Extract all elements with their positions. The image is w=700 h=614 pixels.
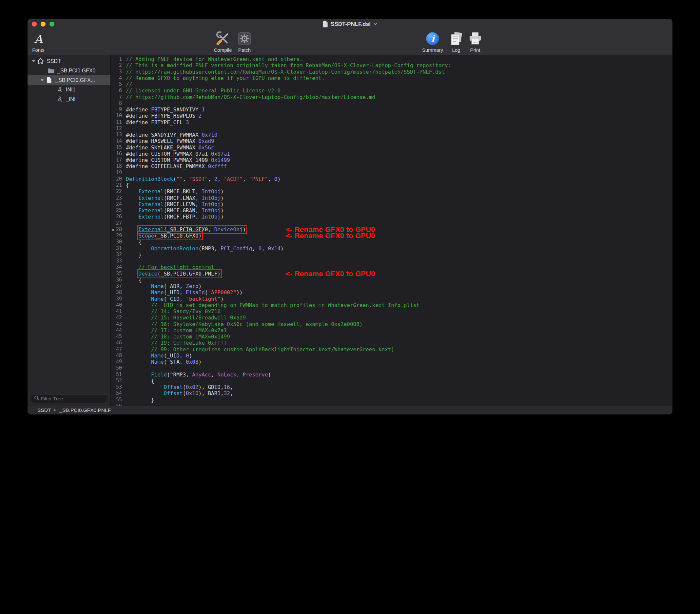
code-line[interactable]: 38 Name(_HID, EisaId("APP0002")) [111, 289, 673, 296]
code-line[interactable]: 43 // 16: Skylake/KabyLake 0x56c (and so… [111, 321, 673, 327]
code-line[interactable]: 6// Licensed under GNU General Public Li… [111, 87, 673, 94]
code-line[interactable]: 35 Device(_SB.PCI0.GFX0.PNLF)<- Rename G… [111, 271, 673, 277]
line-number: 46 [111, 340, 126, 346]
code-line[interactable]: 20DefinitionBlock("", "SSDT", 2, "ACDT",… [111, 176, 673, 182]
code-line[interactable]: 47 // 99: Other (requires custom AppleBa… [111, 346, 673, 352]
code-line[interactable]: 10#define FBTYPE_HSWPLUS 2 [111, 113, 673, 119]
code-token [126, 315, 151, 321]
code-line[interactable]: 36 { [111, 277, 673, 283]
titlebar[interactable]: SSDT-PNLF.dsl [27, 19, 673, 29]
summary-button[interactable]: i Summary [422, 32, 443, 53]
code-line[interactable]: 41 // 14: Sandy/Ivy 0x710 [111, 308, 673, 315]
code-line[interactable]: 34 // For backlight control [111, 264, 673, 270]
code-line[interactable]: 39 Name(_CID, "backlight") [111, 296, 673, 302]
compile-button[interactable]: Compile [214, 32, 232, 53]
code-line[interactable]: 19 [111, 170, 673, 176]
code-line[interactable]: 12 [111, 125, 673, 132]
code-line[interactable]: 13#define SANDYIVY_PWMMAX 0x710 [111, 132, 673, 138]
code-token: ) [199, 283, 202, 289]
code-line[interactable]: 11#define FBTYPE_CFL 3 [111, 119, 673, 125]
code-line[interactable]: 1// Adding PNLF device for WhateverGreen… [111, 56, 673, 62]
code-line[interactable]: 15#define SKYLAKE_PWMMAX 0x56c [111, 145, 673, 151]
code-token: "" [176, 176, 183, 182]
code-token: Offset [164, 384, 183, 390]
code-line[interactable]: 53 Offset(0x02), GDID,16, [111, 384, 673, 390]
code-line[interactable]: 37 Name(_ADR, Zero) [111, 283, 673, 289]
code-line[interactable]: 42 // 15: Haswell/Broadwell 0xad9 [111, 315, 673, 321]
code-line[interactable]: 8 [111, 100, 673, 106]
code-line[interactable]: 26 External(RMCF.FBTP, IntObj) [111, 214, 673, 220]
line-number: 26 [111, 214, 126, 220]
code-line[interactable]: 52 { [111, 378, 673, 384]
code-line[interactable]: 3// https://raw.githubusercontent.com/Re… [111, 69, 673, 75]
status-path-item[interactable]: _SB.PCI0.GFX0.PNLF [59, 407, 111, 413]
code-line[interactable]: 28 External(_SB.PCI0.GFX0, DeviceObj)<- … [111, 226, 673, 233]
code-line[interactable]: 30 { [111, 239, 673, 245]
code-line[interactable]: 32 } [111, 252, 673, 258]
minimize-button[interactable] [41, 22, 46, 26]
code-line[interactable]: 40 // _UID is set depending on PWMMax to… [111, 302, 673, 308]
code-text: // 19: CoffeeLake 0xffff [126, 340, 227, 346]
rename-annotation-text: <- Rename GFX0 to GPU0 [286, 231, 375, 240]
sidebar-item-ssdt[interactable]: SSDT [27, 57, 110, 66]
code-text: OperationRegion(RMP3, PCI_Config, 0, 0x1… [126, 246, 284, 252]
code-line[interactable]: 49 Name(_STA, 0x0B) [111, 359, 673, 365]
code-editor[interactable]: 1// Adding PNLF device for WhateverGreen… [111, 55, 673, 405]
code-text: } [126, 397, 154, 403]
chevron-down-icon[interactable] [373, 23, 377, 26]
code-line[interactable]: 14#define HASWELL_PWMMAX 0xad9 [111, 138, 673, 144]
line-number: 3 [111, 69, 126, 75]
code-line[interactable]: 2// This is a modified PNLF version orig… [111, 62, 673, 68]
sidebar-item-ini1[interactable]: INI1 [27, 85, 110, 95]
code-line[interactable]: 50 [111, 365, 673, 371]
code-line[interactable]: 18#define COFFEELAKE_PWMMAX 0xffff [111, 163, 673, 170]
code-token: #define FBTYPE_HSWPLUS [126, 113, 199, 119]
code-line[interactable]: 22 External(RMCF.BKLT, IntObj) [111, 188, 673, 195]
filter-tree-field[interactable] [31, 394, 107, 403]
code-line[interactable]: 4// Rename GFX0 to anything else if your… [111, 75, 673, 81]
code-line[interactable]: 33 [111, 258, 673, 264]
patch-button[interactable]: Patch [237, 32, 252, 53]
code-line[interactable]: 31 OperationRegion(RMP3, PCI_Config, 0, … [111, 246, 673, 252]
code-line[interactable]: 27 [111, 220, 673, 226]
code-line[interactable]: 45 // 18: custom LMAX=0x1499 [111, 334, 673, 340]
filter-tree-input[interactable] [41, 396, 104, 401]
code-line[interactable]: 56 [111, 403, 673, 405]
code-line[interactable]: 24 External(RMCF.LEVW, IntObj) [111, 201, 673, 208]
window-title-group[interactable]: SSDT-PNLF.dsl [323, 21, 377, 27]
code-line[interactable]: 25 External(RMCF.GRAN, IntObj) [111, 208, 673, 214]
code-text: Name(_STA, 0x0B) [126, 359, 202, 365]
code-line[interactable]: 5// [111, 81, 673, 87]
log-button[interactable]: Log [449, 32, 463, 53]
code-token: #define HASWELL_PWMMAX [126, 138, 199, 144]
code-line[interactable]: 9#define FBTYPE_SANDYIVY 1 [111, 106, 673, 113]
code-line[interactable]: 29 Scope(_SB.PCI0.GFX0)<- Rename GFX0 to… [111, 233, 673, 239]
code-line[interactable]: 16#define CUSTOM_PWMMAX_07a1 0x07a1 [111, 151, 673, 157]
print-button[interactable]: Print [468, 32, 483, 53]
code-line[interactable]: 21{ [111, 182, 673, 188]
zoom-button[interactable] [49, 22, 54, 26]
code-line[interactable]: 51 Field(^RMP3, AnyAcc, NoLock, Preserve… [111, 372, 673, 378]
document-proxy-icon[interactable] [323, 21, 328, 27]
code-line[interactable]: 44 // 17: custom LMAX=0x7a1 [111, 327, 673, 334]
sidebar-item-ini[interactable]: _INI [27, 95, 110, 104]
sidebar-item-sb-pci0-gfx[interactable]: _SB.PCI0.GFX... [27, 75, 110, 85]
code-line[interactable]: 55 } [111, 397, 673, 403]
sidebar-item-sb-pci0-gfx0[interactable]: _SB.PCI0.GFX0 [27, 66, 110, 75]
code-token: IntObj [202, 214, 221, 220]
fonts-button[interactable]: A Fonts [32, 32, 45, 53]
close-button[interactable] [32, 22, 37, 26]
code-line[interactable]: 46 // 19: CoffeeLake 0xffff [111, 340, 673, 346]
disclosure-down-icon[interactable] [39, 79, 45, 82]
status-path-root[interactable]: SSDT [37, 407, 51, 413]
code-token: 0 [259, 246, 262, 252]
code-line[interactable]: 23 External(RMCF.LMAX, IntObj) [111, 195, 673, 201]
code-token: // Licensed under GNU General Public Lic… [126, 87, 280, 94]
code-line[interactable]: 7// https://github.com/RehabMan/OS-X-Clo… [111, 94, 673, 100]
code-line[interactable]: 48 Name(_UID, 0) [111, 352, 673, 359]
disclosure-down-icon[interactable] [30, 60, 37, 63]
code-token: 3 [186, 119, 189, 125]
code-line[interactable]: 54 Offset(0x10), BAR1,32, [111, 390, 673, 397]
toolbar: A Fonts Compile [27, 29, 673, 55]
code-line[interactable]: 17#define CUSTOM_PWMMAX_1499 0x1499 [111, 157, 673, 163]
